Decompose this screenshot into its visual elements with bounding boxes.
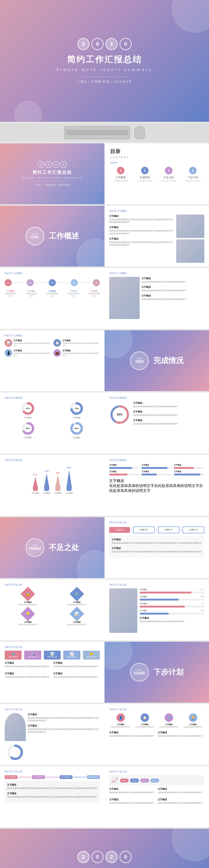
quarter-content: 文字概述 在此处添加具体的说明文字在此处添加具体的说明文字在此处添加具体的说明文… <box>5 781 100 803</box>
row-7: PART THREE 不足之处 Part 03 不足之处 步骤文字 › 步骤文字… <box>0 517 209 578</box>
tl-line-1 <box>12 282 27 283</box>
diamond-icon-4: 📊 <box>74 612 79 616</box>
arrow-shape-4 <box>66 470 72 491</box>
donut-chart-1: 57% <box>21 401 35 415</box>
part-three-num: THREE <box>29 547 41 551</box>
slide-tag-10: Part 03 不足之处 <box>5 583 100 587</box>
diamond-shape-2: ⚙️ <box>69 587 84 601</box>
tb-content-13: 在此处添加具体的说明文字在此处添加具体的说明文字 <box>140 620 204 623</box>
text-block-6: 文字概述 在此处添加具体的说明文字在此处添加具体的说明文字 <box>142 294 204 301</box>
step-4: 步骤文字 <box>182 527 204 533</box>
donut-val-2: 72% <box>74 407 79 410</box>
prog-fill-3 <box>142 467 168 469</box>
diamond-desc-4: 在此处添加具体的说明文字 <box>67 623 87 626</box>
donut-chart-3: 65% <box>21 421 35 435</box>
q3-label: 第三季度目标 <box>60 775 72 779</box>
end-year-1: 2 <box>77 851 90 863</box>
prog-col-3: 文字概述 文字概述 <box>174 464 204 476</box>
donut-val-1: 57% <box>26 407 30 410</box>
end-year-2: 0 <box>91 851 103 863</box>
tl-title-4: 文字概述 <box>67 290 79 292</box>
cover-title: 简约工作汇报总结 <box>67 54 142 65</box>
image-progress-slide: Part 03 不足之处 文字概述 80% 文字概述 60% <box>104 580 209 640</box>
part-one-slide: PART ONE 工作概述 <box>0 206 104 267</box>
col-icon-2: 📋 <box>141 713 149 722</box>
q1-label: 第一季度目标 <box>5 775 17 779</box>
tl-text-1: 在此处添加说明文字 <box>5 292 17 297</box>
tb-content-1: 在此处添加具体的说明文字在此处添加具体的说明文字在此处添加说明文字在此处添加具体… <box>109 218 174 223</box>
cover-slide: 2 0 2 0 简约工作汇报总结 Simple work report summ… <box>0 0 209 122</box>
q1-line <box>17 777 32 777</box>
prog-item-1: 文字概述 80% <box>140 588 204 593</box>
tl-desc-4: 文字概述 在此处添加说明文字 <box>67 290 79 297</box>
arrow-base-2 <box>44 489 49 491</box>
part-two-row: PART TWO 完成情况 <box>130 351 183 370</box>
toc-slide: 目录 CONTENT 1 工作概述 工作概述完成情况 2 完成情况 不足之处下步… <box>104 143 209 204</box>
gear-icon-3: 📊 <box>46 652 59 656</box>
prog-fill-1 <box>109 467 132 469</box>
prog-bar-wrap-4 <box>140 613 204 615</box>
toc-sublabel-2: 不足之处下步计划 <box>137 180 152 182</box>
progress-slide: Part 02 完成情况 文字概述 文字概述 文字概述 文字概述 文字概述 文字… <box>104 455 209 516</box>
prog-title-6: 文字概述 <box>174 470 204 473</box>
donut-1: 57% 文字概述 <box>5 401 51 419</box>
part-tb-1: 文字概述 在此处添加具体的说明文字在此处添加具体的说明文字 <box>109 787 156 794</box>
toc-num-2: 2 <box>141 167 149 174</box>
gear-icon-1: ⚙️ <box>6 652 20 656</box>
text-block-5: 文字概述 在此处添加具体的说明文字在此处添加具体的说明文字 <box>142 285 204 292</box>
donut-label-3: 文字概述 <box>24 436 32 439</box>
prog-item-2: 文字概述 60% <box>140 595 204 600</box>
prog-wrap-6 <box>174 473 204 475</box>
diamond-shape-4: 📊 <box>69 607 84 621</box>
prog-title-5: 文字概述 <box>174 464 204 466</box>
tb-content-16: 在此处添加具体的说明文字在此处添加具体的说明文字在此处添加具体的说明文字在此处添… <box>7 787 97 789</box>
tl-text-2: 在此处添加说明文字 <box>26 292 37 297</box>
mini-year: 2 0 2 0 <box>38 161 67 168</box>
mini-title: 简约工作汇报总结 <box>33 169 72 175</box>
gear-tbt-3: 文字概述 <box>5 672 51 675</box>
person-donut <box>6 743 25 762</box>
slide-tag-1: Part 01 工作概述 <box>109 209 204 213</box>
icon-grid: 📊 文字概述 在此处添加具体的说明文字在此处添加具体的说明文字 📋 文字概述 在… <box>5 339 100 357</box>
text-block-13: 文字概述 在此处添加具体的说明文字在此处添加具体的说明文字 <box>140 616 204 623</box>
slide-tag-16: Part 04 下步计划 <box>109 770 204 773</box>
prog-wrap-3 <box>142 467 172 469</box>
prog-bar-wrap-3 <box>140 606 204 608</box>
part-pill-3: Part 3 <box>140 778 149 782</box>
prog-title-2: 文字概述 <box>109 470 140 473</box>
tl-title-3: 文字概述 <box>47 290 58 292</box>
slide-tag-7: Part 02 完成情况 <box>5 459 100 462</box>
part-tbt-1: 文字概述 <box>109 787 156 791</box>
content-layout: 文字概述 在此处添加具体的说明文字在此处添加具体的说明文字在此处添加说明文字在此… <box>109 215 204 266</box>
gear-tbc-4: 在此处添加具体的说明文字在此处添加具体的说明文字 <box>53 676 100 678</box>
prog-col-2: 文字概述 文字概述 <box>142 464 172 476</box>
tb-content-8: 在此处添加具体的说明文字在此处添加具体的说明文字 <box>133 414 204 416</box>
icon-text-3: 文字概述 在此处添加具体的说明文字在此处添加具体的说明文字 <box>13 349 51 357</box>
diamond-label-1: 文字概述 <box>24 601 32 603</box>
gear-arrow-1: › <box>23 654 23 656</box>
toc-items: 1 工作概述 工作概述完成情况 2 完成情况 不足之处下步计划 3 不足之处 不… <box>110 167 203 182</box>
diamond-shape-1: 🔒 <box>20 587 35 601</box>
tb-content-4: 在此处添加具体的说明文字在此处添加具体的说明文字 <box>142 281 204 283</box>
diamond-icon-1: 🔒 <box>26 592 30 596</box>
step-arrow-3: › <box>180 528 182 532</box>
arrow-shape-3 <box>55 475 61 491</box>
slide-tag-4: Part 01 工作概述 <box>5 334 100 337</box>
step-1: 步骤文字 <box>109 527 130 533</box>
tl-text-3: 在此处添加说明文字 <box>47 292 58 297</box>
icon-2: 📋 <box>53 339 61 347</box>
icon-label-1: 文字概述 <box>13 339 51 342</box>
row-2: PART ONE 工作概述 Part 01 工作概述 文字概述 在此处添加具体的… <box>0 206 209 267</box>
gear-text-3: 市场目标分析 <box>46 656 59 658</box>
toc-sublabel-1: 工作概述完成情况 <box>113 180 128 182</box>
part-four-badge: PART FOUR <box>130 663 149 682</box>
four-tbt-2: 文字概述 <box>158 731 204 734</box>
diamond-label-3: 文字概述 <box>24 621 32 623</box>
row-3: Part 01 工作概述 01 02 03 04 05 文字概述 在此处添加说明… <box>0 268 209 329</box>
tb-title-4: 文字概述 <box>142 277 204 280</box>
part-two-text: PART <box>137 358 142 360</box>
four-tbt-1: 文字概述 <box>109 731 156 734</box>
tb-title-16: 文字概述 <box>7 783 97 786</box>
prog-bar-fill-2 <box>140 599 179 600</box>
tl-title-1: 文字概述 <box>5 290 17 292</box>
